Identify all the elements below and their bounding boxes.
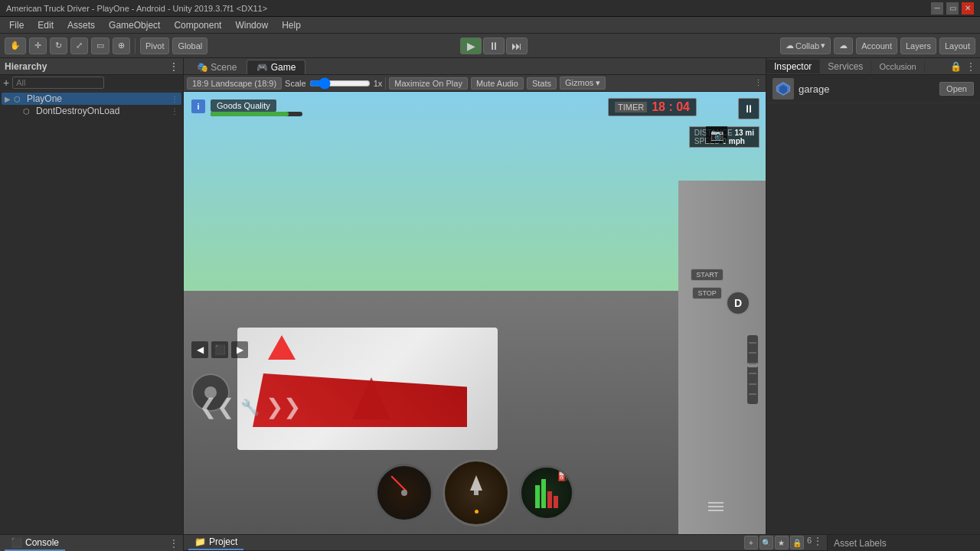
cloud-button[interactable]: ☁ xyxy=(834,37,853,54)
fuel-gauge: ⛽ xyxy=(519,465,574,520)
mute-audio-button[interactable]: Mute Audio xyxy=(471,77,524,90)
minimize-button[interactable]: ─ xyxy=(931,2,943,15)
bottom-panel: ⬛ Console ⋮ + ▾ 📁 Project + 🔍 ★ 🔒 xyxy=(0,534,980,551)
stats-button[interactable]: Stats xyxy=(527,77,557,90)
hand-tool[interactable]: ✋ xyxy=(5,37,26,54)
tab-occlusion[interactable]: Occlusion xyxy=(871,60,924,73)
menu-gameobject[interactable]: GameObject xyxy=(103,18,166,32)
tab-game[interactable]: 🎮 Game xyxy=(247,60,305,74)
game-toolbar-menu[interactable]: ⋮ xyxy=(754,78,763,88)
rect-tool[interactable]: ▭ xyxy=(91,37,109,54)
step-button[interactable]: ⏭ xyxy=(506,37,528,54)
menubar: File Edit Assets GameObject Component Wi… xyxy=(0,17,980,34)
vertical-slider[interactable] xyxy=(747,335,758,404)
menu-line3 xyxy=(708,510,724,511)
menu-window[interactable]: Window xyxy=(229,18,274,32)
maximize-button[interactable]: ▭ xyxy=(946,2,959,15)
d-button[interactable]: D xyxy=(726,291,750,315)
sl1 xyxy=(749,342,756,344)
resolution-button[interactable]: 18:9 Landscape (18:9) xyxy=(187,77,282,90)
inspector-lock[interactable]: 🔒 xyxy=(949,60,963,73)
account-button[interactable]: Account xyxy=(856,37,897,54)
layout-button[interactable]: Layout xyxy=(939,37,975,54)
hierarchy-content: ▶ ⬡ PlayOne ⋮ ⬡ DontDestroyOnLoad ⋮ xyxy=(0,91,183,534)
distance-value: 13 mi xyxy=(734,129,754,137)
game-view: i Goods Quality TIMER 18 : 04 ⏸ DISTANCE… xyxy=(184,92,766,534)
nav-arrow-right[interactable]: ▶ xyxy=(231,341,248,358)
inspector-asset-name: garage xyxy=(799,83,829,95)
hierarchy-item-dontdestroy[interactable]: ⬡ DontDestroyOnLoad ⋮ xyxy=(2,105,181,117)
nav-arrow-left[interactable]: ◀ xyxy=(191,341,208,358)
inspector-menu[interactable]: ⋮ xyxy=(965,60,977,73)
toolbar-right: ☁ Collab ▾ ☁ Account Layers Layout xyxy=(780,37,975,54)
menu-icon[interactable] xyxy=(708,502,724,511)
center-dot xyxy=(401,490,407,496)
pause-button[interactable]: ⏸ xyxy=(483,37,505,54)
sl6 xyxy=(749,393,756,395)
bar3 xyxy=(547,491,552,508)
menu-file[interactable]: File xyxy=(3,18,30,32)
transform-tool[interactable]: ⊕ xyxy=(113,37,130,54)
close-button[interactable]: ✕ xyxy=(962,2,974,15)
pivot-button[interactable]: Pivot xyxy=(140,37,169,54)
hierarchy-menu[interactable]: ⋮ xyxy=(169,61,178,72)
menu-help[interactable]: Help xyxy=(276,18,307,32)
project-create-btn[interactable]: + xyxy=(744,536,758,549)
tab-project[interactable]: 📁 Project xyxy=(188,535,243,550)
scale-slider[interactable] xyxy=(309,79,371,88)
fuel-icon: ⛽ xyxy=(557,471,569,481)
project-menu-btn[interactable]: ⋮ xyxy=(813,536,822,549)
gizmos-button[interactable]: Gizmos ▾ xyxy=(560,77,606,90)
tab-console[interactable]: ⬛ Console xyxy=(5,536,65,551)
hierarchy-item-playone[interactable]: ▶ ⬡ PlayOne ⋮ xyxy=(2,93,181,105)
steer-left-icon[interactable]: ❮❮ xyxy=(199,394,234,419)
play-controls: ▶ ⏸ ⏭ xyxy=(460,37,528,54)
speedometer xyxy=(375,464,433,522)
game-pause-button[interactable]: ⏸ xyxy=(738,98,760,119)
console-header: ⬛ Console ⋮ xyxy=(0,535,183,551)
inspector-header: garage Open xyxy=(766,75,980,103)
layers-button[interactable]: Layers xyxy=(900,37,936,54)
gameobject-icon: ⬡ xyxy=(14,95,24,103)
project-lock-btn[interactable]: 🔒 xyxy=(790,536,804,549)
maximize-on-play-button[interactable]: Maximize On Play xyxy=(389,77,468,90)
tab-inspector[interactable]: Inspector xyxy=(766,60,820,73)
window-controls: ─ ▭ ✕ xyxy=(931,2,974,15)
global-button[interactable]: Global xyxy=(172,37,207,54)
scale-tool[interactable]: ⤢ xyxy=(70,37,88,54)
steer-mid-icon: 🔧 xyxy=(240,398,260,416)
compass-needle xyxy=(470,475,482,491)
sl2 xyxy=(749,352,756,354)
gauges-row: ⛽ xyxy=(375,459,574,527)
tab-services[interactable]: Services xyxy=(820,60,871,73)
asset-labels-title: Asset Labels xyxy=(834,538,887,549)
nav-arrow-mid[interactable]: ⬛ xyxy=(211,341,228,358)
rotate-tool[interactable]: ↻ xyxy=(50,37,67,54)
info-button[interactable]: i xyxy=(191,99,205,113)
scene-asset-icon xyxy=(773,78,794,99)
menu-assets[interactable]: Assets xyxy=(61,18,101,32)
menu-component[interactable]: Component xyxy=(168,18,227,32)
add-hierarchy-button[interactable]: + xyxy=(3,77,9,89)
hierarchy-search-input[interactable] xyxy=(12,77,104,89)
move-tool[interactable]: ✛ xyxy=(29,37,47,54)
stop-btn[interactable]: STOP xyxy=(692,287,721,299)
open-scene-button[interactable]: Open xyxy=(939,82,974,96)
project-tools: + 🔍 ★ 🔒 6 ⋮ xyxy=(744,536,822,549)
game-tab-icon: 🎮 xyxy=(256,62,268,73)
start-btn[interactable]: START xyxy=(691,269,724,281)
hier-item-menu-2[interactable]: ⋮ xyxy=(171,107,178,116)
camera-icon[interactable]: 📷 xyxy=(706,126,727,143)
menu-edit[interactable]: Edit xyxy=(31,18,60,32)
tab-scene[interactable]: 🎭 Scene xyxy=(187,60,247,74)
project-star-btn[interactable]: ★ xyxy=(775,536,789,549)
hierarchy-header: Hierarchy ⋮ xyxy=(0,58,183,75)
hier-item-menu[interactable]: ⋮ xyxy=(171,95,178,103)
steer-right-icon[interactable]: ❯❯ xyxy=(266,394,301,419)
project-search-btn[interactable]: 🔍 xyxy=(760,536,773,549)
goods-quality-fill xyxy=(211,112,289,116)
project-panel: 📁 Project + 🔍 ★ 🔒 6 ⋮ Assets ▶ Scene 🔍 ⇌… xyxy=(184,535,827,551)
collab-button[interactable]: ☁ Collab ▾ xyxy=(780,37,831,54)
play-button[interactable]: ▶ xyxy=(460,37,482,54)
console-menu-btn[interactable]: ⋮ xyxy=(169,538,178,549)
